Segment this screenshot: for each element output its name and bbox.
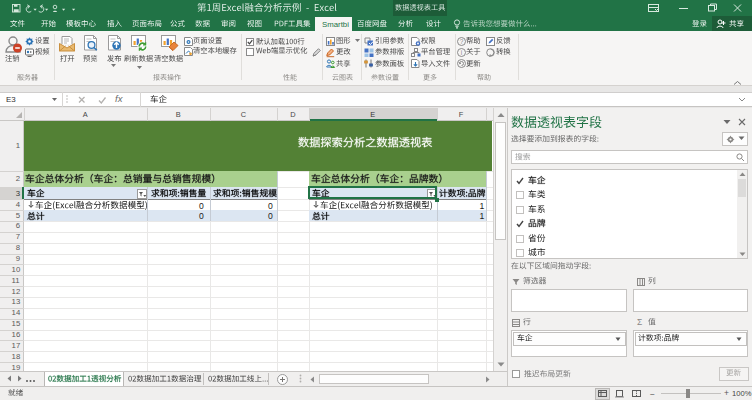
svg-text:i: i <box>461 49 462 56</box>
svg-text:?: ? <box>460 38 464 45</box>
